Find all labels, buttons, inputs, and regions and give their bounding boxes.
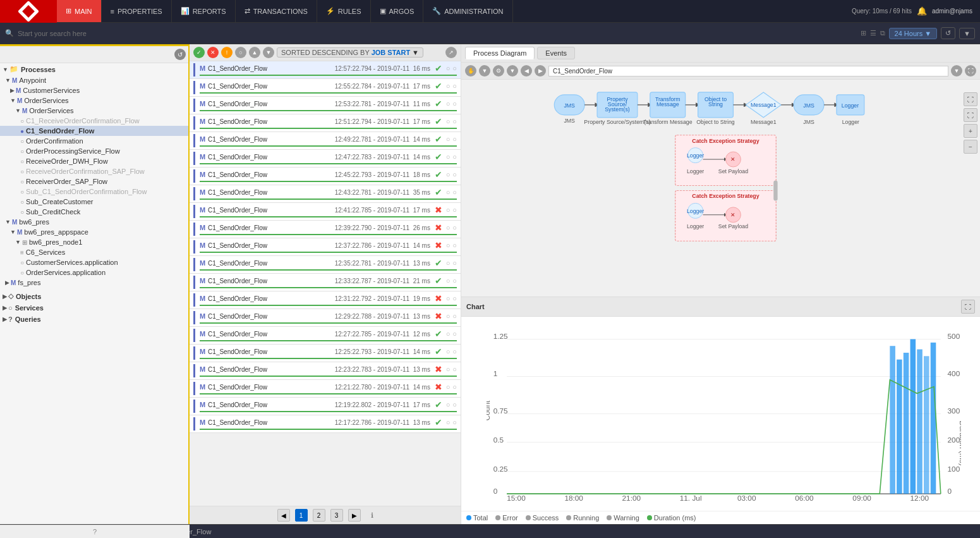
sidebar-item-c1-sendorder[interactable]: ● C1_SendOrder_Flow [0,126,188,136]
sidebar-item-sub-createcustomer[interactable]: ○ Sub_CreateCustomer [0,197,188,207]
flow-more-icon[interactable]: ○ [452,312,457,320]
chart-expand-icon[interactable]: ⛶ [961,300,975,314]
list-icon[interactable]: ☰ [870,29,876,37]
nav-argos[interactable]: ▣ ARGOS [371,0,424,22]
page-2-button[interactable]: 2 [313,509,325,522]
play-button[interactable]: ✓ [193,47,205,58]
flow-more-icon[interactable]: ○ [452,153,457,161]
sidebar-item-receiveorder-dwh[interactable]: ○ ReceiveOrder_DWH_Flow [0,156,188,166]
sidebar-item-anypoint[interactable]: ▼ M Anypoint [0,75,188,85]
flow-options-icon[interactable]: ○ [446,171,451,178]
flow-options-icon[interactable]: ○ [446,383,451,391]
zoom-in-icon[interactable]: + [964,124,977,138]
flow-list-item[interactable]: M C1_SendOrder_Flow 12:25:22.793 - 2019-… [190,345,461,362]
sidebar-item-sub-creditcheck[interactable]: ○ Sub_CreditCheck [0,207,188,217]
flow-options-icon[interactable]: ○ [446,224,451,231]
stop-button[interactable]: ✕ [207,47,219,58]
flow-list-item[interactable]: M C1_SendOrder_Flow 12:33:22.787 - 2019-… [190,274,461,291]
flow-more-icon[interactable]: ○ [452,64,457,72]
sidebar-item-receiveorderconfirm-sap[interactable]: ○ ReceiveOrderConfirmation_SAP_Flow [0,166,188,176]
diagram-hand-tool[interactable]: ✋ [465,65,476,76]
flow-options-icon[interactable]: ○ [446,401,451,408]
flow-more-icon[interactable]: ○ [452,348,457,355]
flow-more-icon[interactable]: ○ [452,295,457,302]
flow-list-item[interactable]: M C1_SendOrder_Flow 12:21:22.780 - 2019-… [190,380,461,398]
sidebar-item-objects[interactable]: ▶ ◇ Objects [0,290,188,302]
flow-list-item[interactable]: M C1_SendOrder_Flow 12:37:22.786 - 2019-… [190,238,461,256]
flow-options-icon[interactable]: ○ [446,348,451,355]
sidebar-item-bw6-appspace[interactable]: ▼ M bw6_pres_appspace [0,227,188,237]
nav-administration[interactable]: 🔧 ADMINISTRATION [423,0,512,22]
flow-more-icon[interactable]: ○ [452,383,457,391]
sidebar-item-services[interactable]: ▶ ○ Services [0,302,188,314]
sort-badge[interactable]: SORTED DESCENDING BY JOB START ▼ [277,47,423,58]
flow-options-icon[interactable]: ○ [446,153,451,161]
prev-page-button[interactable]: ◀ [277,509,290,522]
diagram-dropdown[interactable]: ▼ [951,65,962,76]
sidebar-item-queries[interactable]: ▶ ? Queries [0,314,188,325]
flow-options-icon[interactable]: ○ [446,419,451,426]
flow-options-icon[interactable]: ○ [446,206,451,214]
sidebar-item-customerservices[interactable]: ▶ M CustomerServices [0,85,188,95]
flow-options-icon[interactable]: ○ [446,82,451,90]
down-button[interactable]: ▼ [263,47,274,58]
nav-transactions[interactable]: ⇄ TRANSACTIONS [236,0,317,22]
diagram-settings[interactable]: ⚙ [493,65,504,76]
flow-more-icon[interactable]: ○ [452,330,457,338]
flow-name-input[interactable] [548,66,948,76]
sidebar-refresh-button[interactable]: ↺ [174,49,186,60]
flow-options-icon[interactable]: ○ [446,365,451,373]
sidebar-item-bw6-pres[interactable]: ▼ M bw6_pres [0,217,188,227]
flow-more-icon[interactable]: ○ [452,82,457,90]
grid-icon[interactable]: ⊞ [861,29,866,37]
flow-list-item[interactable]: M C1_SendOrder_Flow 12:47:22.783 - 2019-… [190,150,461,168]
flow-list-item[interactable]: M C1_SendOrder_Flow 12:31:22.792 - 2019-… [190,291,461,309]
flow-list-item[interactable]: M C1_SendOrder_Flow 12:23:22.783 - 2019-… [190,362,461,380]
flow-options-icon[interactable]: ○ [446,118,451,125]
export-button[interactable]: ↗ [445,47,457,58]
page-3-button[interactable]: 3 [330,509,343,522]
flow-list-item[interactable]: M C1_SendOrder_Flow 12:53:22.781 - 2019-… [190,97,461,114]
sidebar-item-bw6-node1[interactable]: ▼ ⊞ bw6_pres_node1 [0,237,188,247]
page-1-button[interactable]: 1 [295,509,308,522]
flow-list-item[interactable]: M C1_SendOrder_Flow 12:17:22.786 - 2019-… [190,415,461,433]
flow-options-icon[interactable]: ○ [446,277,451,284]
tab-process-diagram[interactable]: Process Diagram [465,47,535,59]
pause-button[interactable]: ! [221,47,233,58]
flow-options-icon[interactable]: ○ [446,100,451,107]
skip-button[interactable]: ○ [235,47,246,58]
sidebar-item-receiverorder-sap[interactable]: ○ ReceiverOrder_SAP_Flow [0,176,188,186]
flow-list-item[interactable]: M C1_SendOrder_Flow 12:57:22.794 - 2019-… [190,61,461,79]
tab-events[interactable]: Events [537,47,575,59]
logo[interactable] [0,0,57,23]
sidebar-item-orderconfirmation[interactable]: ○ OrderConfirmation [0,136,188,146]
flow-options-icon[interactable]: ○ [446,241,451,249]
flow-list-item[interactable]: M C1_SendOrder_Flow 12:51:22.794 - 2019-… [190,114,461,132]
flow-more-icon[interactable]: ○ [452,188,457,196]
nav-properties[interactable]: ≡ PROPERTIES [102,0,172,22]
sidebar-item-orderservices-app[interactable]: ○ OrderServices.application [0,267,188,278]
diagram-select-tool[interactable]: ▼ [479,65,490,76]
flow-list-item[interactable]: M C1_SendOrder_Flow 12:19:22.802 - 2019-… [190,398,461,415]
flow-list-item[interactable]: M C1_SendOrder_Flow 12:27:22.785 - 2019-… [190,327,461,345]
columns-icon[interactable]: ⧉ [880,29,885,37]
sidebar-item-sub-c1[interactable]: ○ Sub_C1_SendOrderConfirmation_Flow [0,186,188,197]
flow-more-icon[interactable]: ○ [452,224,457,231]
flow-more-icon[interactable]: ○ [452,118,457,125]
sidebar-item-c6-services[interactable]: ≡ C6_Services [0,247,188,257]
zoom-out-icon[interactable]: − [964,140,977,154]
flow-more-icon[interactable]: ○ [452,171,457,178]
time-filter-button[interactable]: 24 Hours ▼ [889,28,938,39]
flow-more-icon[interactable]: ○ [452,206,457,214]
flow-list-item[interactable]: M C1_SendOrder_Flow 12:43:22.781 - 2019-… [190,185,461,203]
sidebar-item-orderservices-child[interactable]: ▼ M OrderServices [0,106,188,116]
flow-options-icon[interactable]: ○ [446,64,451,72]
flow-more-icon[interactable]: ○ [452,100,457,107]
settings-button[interactable]: ▼ [959,28,975,39]
nav-rules[interactable]: ⚡ RULES [317,0,371,22]
flow-options-icon[interactable]: ○ [446,259,451,267]
flow-list-item[interactable]: M C1_SendOrder_Flow 12:49:22.781 - 2019-… [190,132,461,150]
flow-options-icon[interactable]: ○ [446,330,451,338]
sidebar-item-orderservices-parent[interactable]: ▼ M OrderServices [0,95,188,106]
flow-options-icon[interactable]: ○ [446,188,451,196]
